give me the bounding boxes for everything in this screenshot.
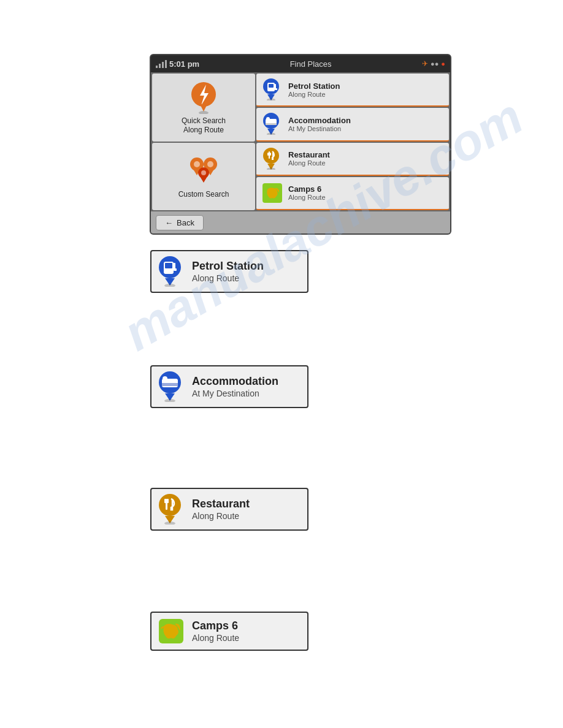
accom-card-icon — [158, 371, 185, 402]
quick-search-tile[interactable]: Quick Search Along Route — [152, 74, 255, 142]
back-label: Back — [177, 218, 194, 227]
restaurant-icon — [262, 148, 282, 170]
svg-point-3 — [199, 111, 209, 114]
menu-item-restaurant[interactable]: Restaurant Along Route — [256, 143, 449, 176]
svg-rect-36 — [173, 263, 175, 269]
svg-point-23 — [194, 161, 200, 167]
restaurant-card-text: Restaurant Along Route — [192, 498, 250, 521]
svg-point-25 — [201, 170, 206, 175]
svg-point-24 — [207, 161, 213, 167]
svg-rect-27 — [269, 151, 270, 159]
svg-rect-49 — [167, 499, 169, 503]
accom-card-text: Accommodation At My Destination — [192, 375, 278, 398]
menu-item-accom-text: Accommodation At My Destination — [288, 116, 351, 132]
petrol-station-card[interactable]: Petrol Station Along Route — [150, 250, 308, 293]
status-title: Find Places — [290, 59, 332, 69]
svg-rect-8 — [275, 88, 277, 90]
svg-point-14 — [266, 117, 270, 121]
restaurant-card-icon — [158, 494, 185, 525]
status-time: 5:01 pm — [169, 59, 199, 69]
camps-card[interactable]: Camps 6 Along Route — [150, 612, 308, 651]
menu-item-accom[interactable]: Accommodation At My Destination — [256, 108, 449, 141]
svg-rect-37 — [174, 268, 177, 271]
menu-item-camps[interactable]: Camps 6 Along Route — [256, 177, 449, 210]
svg-rect-13 — [266, 123, 277, 125]
svg-point-16 — [267, 133, 275, 135]
petrol-icon — [262, 78, 282, 100]
main-grid: Quick Search Along Route Petro — [151, 72, 450, 211]
svg-rect-29 — [270, 153, 271, 156]
restaurant-card[interactable]: Restaurant Along Route — [150, 488, 308, 531]
nav-icon: ✈ — [422, 59, 428, 68]
right-col-bottom: Restaurant Along Route Camps 6 Along Rou… — [256, 143, 449, 211]
svg-point-31 — [267, 167, 275, 170]
svg-point-39 — [164, 284, 175, 287]
red-dot: ● — [441, 60, 445, 67]
camps-icon — [262, 183, 282, 203]
svg-point-51 — [164, 521, 175, 525]
custom-search-label: Custom Search — [178, 190, 229, 200]
svg-rect-42 — [162, 383, 178, 386]
accommodation-card[interactable]: Accommodation At My Destination — [150, 365, 308, 408]
svg-rect-35 — [165, 263, 172, 268]
petrol-card-text: Petrol Station Along Route — [192, 260, 264, 283]
device-frame: 5:01 pm Find Places ✈ ●● ● — [150, 54, 451, 235]
svg-marker-2 — [200, 104, 207, 112]
menu-item-petrol[interactable]: Petrol Station Along Route — [256, 74, 449, 107]
status-right: ✈ ●● ● — [422, 59, 445, 68]
svg-marker-22 — [200, 176, 207, 183]
back-arrow-icon: ← — [165, 218, 173, 227]
camps-card-text: Camps 6 Along Route — [192, 620, 239, 643]
status-bar: 5:01 pm Find Places ✈ ●● ● — [151, 55, 450, 72]
svg-rect-6 — [269, 84, 274, 88]
menu-item-camps-text: Camps 6 Along Route — [288, 184, 326, 201]
svg-rect-48 — [164, 499, 166, 503]
signal-bars — [156, 59, 167, 68]
petrol-card-icon — [158, 256, 185, 287]
svg-point-26 — [263, 148, 279, 164]
svg-point-46 — [159, 494, 181, 516]
camps-card-icon — [158, 618, 185, 645]
menu-item-petrol-text: Petrol Station Along Route — [288, 82, 340, 98]
svg-rect-28 — [267, 153, 269, 156]
svg-rect-7 — [274, 84, 276, 89]
back-bar: ← Back — [151, 211, 450, 233]
back-button[interactable]: ← Back — [156, 215, 204, 230]
custom-search-tile[interactable]: Custom Search — [152, 143, 255, 211]
svg-point-43 — [163, 376, 167, 381]
right-col-top: Petrol Station Along Route Accommodation — [256, 74, 449, 142]
quick-search-icon — [188, 80, 220, 114]
svg-point-45 — [164, 399, 175, 402]
dot-icons: ●● — [431, 60, 439, 67]
svg-point-10 — [267, 99, 275, 101]
accom-icon — [262, 113, 282, 135]
menu-item-restaurant-text: Restaurant Along Route — [288, 150, 330, 167]
quick-search-label: Quick Search Along Route — [182, 116, 226, 135]
custom-search-icon — [186, 153, 221, 188]
status-left: 5:01 pm — [156, 59, 199, 69]
